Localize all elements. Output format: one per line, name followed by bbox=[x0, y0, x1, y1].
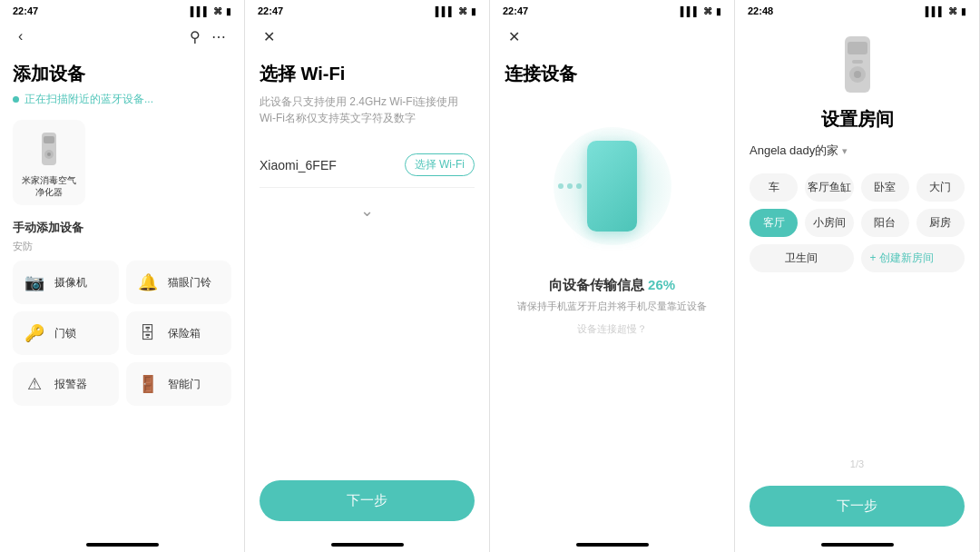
page-title-1: 添加设备 bbox=[13, 62, 231, 86]
lock-icon: 🔑 bbox=[22, 320, 47, 346]
scanning-text: 正在扫描附近的蓝牙设备... bbox=[24, 92, 153, 107]
next-btn-2[interactable]: 下一步 bbox=[260, 480, 475, 521]
status-bar-1: 22:47 ▌▌▌ ⌘ ▮ bbox=[0, 0, 244, 20]
wifi-icon: ⌘ bbox=[213, 6, 222, 16]
battery-icon: ▮ bbox=[226, 6, 231, 16]
wifi-ssid: Xiaomi_6FEF bbox=[260, 158, 337, 172]
bottom-area-4: 下一步 bbox=[735, 486, 979, 539]
progress-label: 向设备传输信息 bbox=[549, 277, 644, 292]
nearby-device-label: 米家消毒空气净化器 bbox=[18, 174, 80, 198]
camera-label: 摄像机 bbox=[54, 275, 87, 291]
more-icon[interactable]: ⋯ bbox=[206, 26, 231, 47]
add-room-btn[interactable]: + 创建新房间 bbox=[861, 244, 965, 272]
scanning-status: 正在扫描附近的蓝牙设备... bbox=[13, 92, 231, 107]
manual-item-camera[interactable]: 📷 摄像机 bbox=[13, 261, 119, 304]
panel-connect-device: 22:47 ▌▌▌ ⌘ ▮ ✕ 连接设备 向设备传输信息 26% 请保持手机蓝牙… bbox=[490, 0, 735, 552]
page-indicator: 1/3 bbox=[850, 458, 864, 469]
room-chip-living[interactable]: 客厅 bbox=[750, 209, 798, 237]
smart-door-label: 智能门 bbox=[168, 377, 201, 392]
doorbell-label: 猫眼门铃 bbox=[168, 275, 211, 291]
lock-label: 门锁 bbox=[54, 326, 76, 341]
nav-bar-3: ✕ bbox=[490, 20, 734, 53]
time-4: 22:48 bbox=[748, 5, 773, 16]
svg-rect-8 bbox=[852, 60, 863, 64]
alarm-label: 报警器 bbox=[54, 377, 87, 392]
time-3: 22:47 bbox=[503, 5, 528, 16]
manual-item-doorbell[interactable]: 🔔 猫眼门铃 bbox=[126, 261, 232, 304]
room-chip-bedroom[interactable]: 卧室 bbox=[861, 173, 909, 202]
status-bar-4: 22:48 ▌▌▌ ⌘ ▮ bbox=[735, 0, 979, 20]
home-selector-arrow: ▾ bbox=[842, 145, 848, 157]
dot-3 bbox=[576, 183, 582, 189]
home-indicator-4 bbox=[821, 543, 894, 547]
doorbell-icon: 🔔 bbox=[135, 270, 161, 295]
transfer-dots bbox=[558, 183, 582, 189]
status-bar-2: 22:47 ▌▌▌ ⌘ ▮ bbox=[245, 0, 489, 20]
wifi-title: 选择 Wi-Fi bbox=[260, 62, 475, 86]
status-icons-4: ▌▌▌ ⌘ ▮ bbox=[926, 6, 966, 16]
room-chip-kitchen[interactable]: 厨房 bbox=[916, 209, 965, 237]
panel1-content: 添加设备 正在扫描附近的蓝牙设备... 米家消毒空气净化器 手动添加设备 安防 bbox=[0, 53, 244, 539]
bottom-btn-area-2: 下一步 bbox=[245, 471, 489, 539]
dot-2 bbox=[567, 183, 573, 189]
air-purifier-icon bbox=[33, 129, 65, 169]
chevron-down-icon: ⌄ bbox=[360, 201, 374, 221]
home-selector[interactable]: Angela dady的家 ▾ bbox=[750, 143, 848, 159]
nav-bar-2: ✕ bbox=[245, 20, 489, 53]
room-chip-small-room[interactable]: 小房间 bbox=[805, 209, 853, 237]
manual-item-safe[interactable]: 🗄 保险箱 bbox=[126, 311, 232, 355]
manual-sub: 安防 bbox=[13, 240, 231, 253]
home-indicator-3 bbox=[576, 543, 649, 547]
room-chip-bathroom[interactable]: 卫生间 bbox=[750, 244, 854, 272]
connect-title: 连接设备 bbox=[505, 62, 577, 86]
status-icons-1: ▌▌▌ ⌘ ▮ bbox=[191, 6, 231, 16]
progress-hint: 请保持手机蓝牙开启并将手机尽量靠近设备 bbox=[517, 300, 707, 313]
panel4-content: 设置房间 Angela dady的家 ▾ 车 客厅鱼缸 卧室 大门 客厅 小房间… bbox=[735, 20, 979, 486]
progress-pct: 26% bbox=[648, 277, 675, 292]
progress-text: 向设备传输信息 26% bbox=[549, 277, 675, 294]
wifi-desc: 此设备只支持使用 2.4GHz Wi-Fi连接使用 Wi-Fi名称仅支持英文字符… bbox=[260, 94, 475, 126]
manual-item-alarm[interactable]: ⚠ 报警器 bbox=[13, 362, 119, 406]
room-chip-balcony[interactable]: 阳台 bbox=[861, 209, 909, 237]
room-chip-car[interactable]: 车 bbox=[750, 173, 798, 202]
panel-add-device: 22:47 ▌▌▌ ⌘ ▮ ‹ ⚲ ⋯ 添加设备 正在扫描附近的蓝牙设备... bbox=[0, 0, 245, 552]
home-name: Angela dady的家 bbox=[750, 143, 838, 159]
nearby-devices: 米家消毒空气净化器 bbox=[13, 120, 231, 205]
room-grid-1: 车 客厅鱼缸 卧室 大门 客厅 小房间 阳台 厨房 bbox=[750, 173, 965, 237]
nav-bar-1: ‹ ⚲ ⋯ bbox=[0, 20, 244, 53]
room-grid-2: 卫生间 + 创建新房间 bbox=[750, 244, 965, 272]
search-icon[interactable]: ⚲ bbox=[184, 26, 206, 47]
manual-item-smart-door[interactable]: 🚪 智能门 bbox=[126, 362, 232, 406]
back-icon[interactable]: ‹ bbox=[13, 26, 28, 46]
wifi-select-button[interactable]: 选择 Wi-Fi bbox=[405, 153, 475, 176]
status-icons-3: ▌▌▌ ⌘ ▮ bbox=[681, 6, 721, 16]
panel2-content: 选择 Wi-Fi 此设备只支持使用 2.4GHz Wi-Fi连接使用 Wi-Fi… bbox=[245, 53, 489, 471]
signal-icon: ▌▌▌ bbox=[191, 6, 210, 16]
nearby-device-card[interactable]: 米家消毒空气净化器 bbox=[13, 120, 85, 205]
svg-point-7 bbox=[854, 71, 861, 78]
wifi-icon-3: ⌘ bbox=[703, 6, 712, 16]
home-indicator-2 bbox=[331, 543, 404, 547]
wifi-item-1[interactable]: Xiaomi_6FEF 选择 Wi-Fi bbox=[260, 143, 475, 188]
panel-select-wifi: 22:47 ▌▌▌ ⌘ ▮ ✕ 选择 Wi-Fi 此设备只支持使用 2.4GHz… bbox=[245, 0, 490, 552]
next-btn-4[interactable]: 下一步 bbox=[750, 486, 965, 527]
room-chip-fishtank[interactable]: 客厅鱼缸 bbox=[805, 173, 853, 202]
wifi-collapse-btn[interactable]: ⌄ bbox=[260, 188, 475, 233]
progress-link[interactable]: 设备连接超慢？ bbox=[577, 322, 647, 336]
panel3-content: 连接设备 向设备传输信息 26% 请保持手机蓝牙开启并将手机尽量靠近设备 设备连… bbox=[490, 53, 734, 539]
svg-rect-1 bbox=[44, 136, 54, 143]
home-indicator-1 bbox=[86, 543, 159, 547]
safe-icon: 🗄 bbox=[135, 320, 161, 346]
manual-item-lock[interactable]: 🔑 门锁 bbox=[13, 311, 119, 355]
room-chip-gate[interactable]: 大门 bbox=[916, 173, 965, 202]
room-title: 设置房间 bbox=[821, 107, 894, 132]
manual-items-grid: 📷 摄像机 🔔 猫眼门铃 🔑 门锁 🗄 保险箱 ⚠ 报警器 🚪 智能门 bbox=[13, 261, 231, 406]
close-icon-3[interactable]: ✕ bbox=[503, 26, 525, 47]
signal-icon-4: ▌▌▌ bbox=[926, 6, 945, 16]
manual-title: 手动添加设备 bbox=[13, 220, 231, 236]
panel-set-room: 22:48 ▌▌▌ ⌘ ▮ 设置房间 Angela dady的家 ▾ 车 客厅鱼… bbox=[735, 0, 980, 552]
device-visual bbox=[549, 113, 676, 259]
camera-icon: 📷 bbox=[22, 270, 47, 295]
close-icon-2[interactable]: ✕ bbox=[258, 26, 280, 47]
svg-point-3 bbox=[47, 153, 51, 156]
